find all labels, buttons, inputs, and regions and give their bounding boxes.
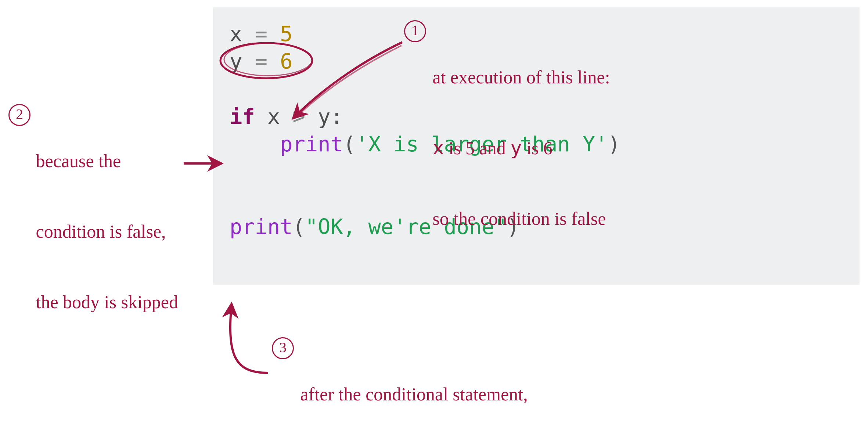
token-colon: : [331,104,343,129]
token-lparen: ( [343,132,356,156]
token-assign: = [242,22,280,46]
annotation-3-line1: after the conditional statement, [296,382,600,406]
token-fn-print: print [280,132,343,156]
annotation-2-line2: condition is false, [31,220,178,243]
token-fn-print: print [230,215,293,239]
token-var-x: x [267,104,280,129]
annotation-1: at execution of this line: x is 5 and y … [428,18,610,254]
annotation-inline-x: x [433,137,444,159]
annotation-2-line3: the body is skipped [31,290,178,314]
annotation-badge-1: 1 [404,20,426,42]
annotation-badge-2: 2 [8,104,30,126]
annotation-2-line1: because the [31,149,178,173]
token-lparen: ( [293,215,305,239]
annotation-3: after the conditional statement, program… [296,335,600,432]
token-var-x: x [230,22,242,46]
annotation-2: because the condition is false, the body… [31,102,178,337]
token-var-y: y [318,104,330,129]
token-number-6: 6 [280,49,292,73]
token-number-5: 5 [280,22,292,46]
token-assign: = [242,49,280,73]
token-gt: > [280,104,318,129]
annotation-inline-y: y [510,137,522,159]
annotation-badge-3: 3 [272,337,294,359]
annotation-1-line3: so the condition is false [428,207,610,230]
arrow-annotation-3 [230,305,268,373]
token-var-y: y [230,49,242,73]
token-keyword-if: if [230,104,255,129]
annotation-1-line1: at execution of this line: [428,65,610,89]
annotation-1-line2: x is 5 and y is 6 [428,136,610,160]
